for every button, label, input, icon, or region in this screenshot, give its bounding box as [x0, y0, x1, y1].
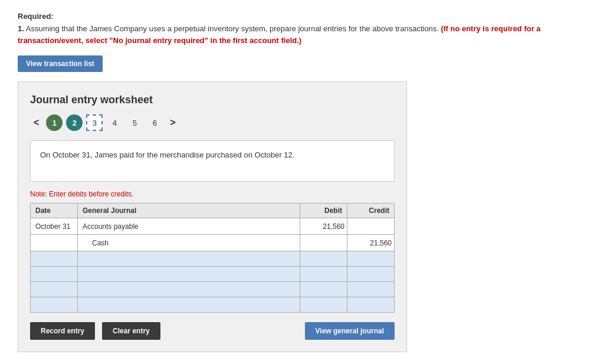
instruction-number: 1.	[18, 24, 24, 33]
date-cell[interactable]	[31, 251, 78, 267]
account-cell[interactable]	[78, 297, 300, 313]
credit-cell[interactable]	[347, 297, 395, 313]
tab-2[interactable]: 2	[66, 114, 83, 131]
bottom-buttons: Record entry Clear entry View general jo…	[30, 322, 395, 340]
debit-cell[interactable]	[300, 251, 347, 267]
tab-6[interactable]: 6	[146, 114, 163, 131]
debit-cell[interactable]	[300, 297, 347, 313]
account-cell[interactable]	[78, 267, 300, 282]
date-cell[interactable]	[31, 282, 78, 297]
note-text: Note: Enter debits before credits.	[30, 190, 395, 198]
tab-5[interactable]: 5	[126, 114, 143, 131]
view-general-journal-button[interactable]: View general journal	[305, 322, 395, 340]
debit-cell[interactable]: 21,560	[300, 218, 347, 235]
credit-cell[interactable]: 21,560	[347, 235, 395, 251]
account-cell[interactable]	[78, 251, 300, 267]
table-row: October 31 Accounts payable 21,560	[31, 218, 395, 235]
view-transaction-button[interactable]: View transaction list	[18, 55, 103, 72]
table-row	[31, 282, 395, 297]
credit-header: Credit	[347, 204, 395, 218]
required-label: Required: 1. Assuming that the James Com…	[18, 12, 586, 46]
nav-right-arrow[interactable]: >	[166, 116, 179, 129]
worksheet-title: Journal entry worksheet	[30, 94, 395, 106]
journal-entry-table: Date General Journal Debit Credit Octobe…	[30, 203, 395, 313]
general-journal-header: General Journal	[78, 204, 300, 218]
date-header: Date	[31, 204, 78, 218]
account-cell[interactable]: Accounts payable	[78, 218, 300, 235]
clear-entry-button[interactable]: Clear entry	[102, 322, 160, 340]
debit-cell[interactable]	[300, 235, 347, 251]
journal-entry-worksheet: Journal entry worksheet < 1 2 3 4 5 6 > …	[18, 81, 407, 352]
account-cell[interactable]: Cash	[78, 235, 300, 251]
credit-cell[interactable]	[347, 282, 395, 297]
credit-cell[interactable]	[347, 267, 395, 282]
record-entry-button[interactable]: Record entry	[30, 322, 95, 340]
table-row	[31, 267, 395, 282]
account-cell[interactable]	[78, 282, 300, 297]
tab-4[interactable]: 4	[106, 114, 123, 131]
debit-header: Debit	[300, 204, 347, 218]
date-cell[interactable]	[31, 267, 78, 282]
date-cell[interactable]	[31, 297, 78, 313]
debit-cell[interactable]	[300, 282, 347, 297]
table-row: Cash 21,560	[31, 235, 395, 251]
credit-cell[interactable]	[347, 251, 395, 267]
date-cell: October 31	[31, 218, 78, 235]
credit-cell[interactable]	[347, 218, 395, 235]
tab-3[interactable]: 3	[86, 114, 103, 131]
tab-navigation: < 1 2 3 4 5 6 >	[30, 114, 395, 131]
nav-left-arrow[interactable]: <	[30, 116, 42, 129]
date-cell	[31, 235, 78, 251]
transaction-description: On October 31, James paid for the mercha…	[30, 140, 395, 182]
tab-1[interactable]: 1	[46, 114, 63, 131]
table-row	[31, 297, 395, 313]
table-row	[31, 251, 395, 267]
instruction-text: Assuming that the James Company uses a p…	[26, 24, 441, 33]
debit-cell[interactable]	[300, 267, 347, 282]
